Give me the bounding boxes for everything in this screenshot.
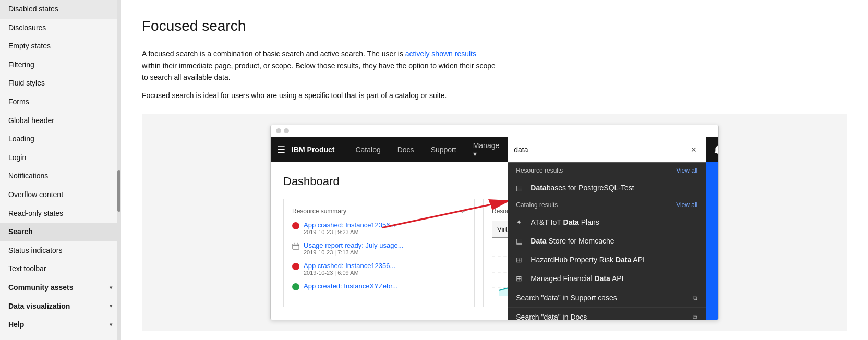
resource-item-1: App crashed: Instance12356... 2019-10-23… (292, 221, 466, 235)
sidebar-item-text-toolbar[interactable]: Text toolbar (0, 260, 120, 278)
sidebar-item-status-indicators[interactable]: Status indicators (0, 241, 120, 260)
sidebar-item-help[interactable]: Help ▾ (0, 315, 120, 334)
search-result-att-iot[interactable]: ✦ AT&T IoT Data Plans (508, 213, 706, 232)
demo-container: ☰ IBM Product Catalog Docs Support Manag… (142, 114, 847, 331)
sidebar-item-global-header[interactable]: Global header (0, 112, 120, 130)
search-section-catalog-results: Catalog results View all (508, 197, 706, 213)
nav-item-manage[interactable]: Manage ▾ (465, 137, 508, 162)
resource-link-4[interactable]: App created: InstanceXYZebr... (304, 282, 398, 290)
store-icon: ▤ (516, 237, 524, 245)
resource-link-3[interactable]: App crashed: Instance12356... (304, 262, 395, 270)
search-footer-docs[interactable]: Search "data" in Docs ⧉ (508, 307, 706, 320)
sidebar-item-filtering[interactable]: Filtering (0, 56, 120, 75)
search-footer-support[interactable]: Search "data" in Support cases ⧉ (508, 288, 706, 307)
resource-link-1[interactable]: App crashed: Instance12356... (304, 221, 395, 229)
expand-icon[interactable]: ↗ (461, 208, 466, 215)
search-input[interactable] (508, 137, 706, 162)
sidebar-item-disabled-states[interactable]: Disabled states (0, 0, 120, 19)
sidebar-item-search[interactable]: Search (0, 223, 120, 241)
sidebar-item-data-visualization[interactable]: Data visualization ▾ (0, 297, 120, 316)
sidebar-item-read-only-states[interactable]: Read-only states (0, 204, 120, 223)
description-paragraph-2: Focused search is ideal for users who ar… (142, 90, 497, 101)
chevron-down-icon: ▾ (110, 284, 112, 292)
search-section-resource-results: Resource results View all (508, 163, 706, 178)
sidebar-item-empty-states[interactable]: Empty states (0, 37, 120, 56)
calendar-icon (292, 242, 299, 251)
view-all-resource-link[interactable]: View all (676, 167, 697, 174)
status-dot-green (292, 283, 299, 290)
sidebar: Disabled states Disclosures Empty states… (0, 0, 121, 340)
sidebar-item-fluid-styles[interactable]: Fluid styles (0, 74, 120, 93)
header-actions (706, 137, 719, 162)
nav-item-support[interactable]: Support (423, 137, 465, 162)
resource-item-2: Usage report ready: July usage... 2019-1… (292, 241, 466, 256)
financial-icon: ⊞ (516, 274, 524, 283)
resource-meta-1: 2019-10-23 | 9:23 AM (304, 229, 395, 235)
mock-window: ☰ IBM Product Catalog Docs Support Manag… (270, 125, 719, 320)
sidebar-item-overflow-content[interactable]: Overflow content (0, 186, 120, 204)
header-nav: Catalog Docs Support Manage ▾ (347, 137, 508, 162)
brand-label: IBM Product (292, 145, 334, 154)
database-icon: ▤ (516, 184, 524, 192)
window-dot-1 (276, 128, 281, 133)
sidebar-scrollbar-thumb[interactable] (117, 170, 120, 212)
ibm-header: ☰ IBM Product Catalog Docs Support Manag… (271, 137, 718, 162)
page-title: Focused search (142, 17, 847, 35)
sidebar-item-loading[interactable]: Loading (0, 130, 120, 149)
nav-item-catalog[interactable]: Catalog (347, 137, 389, 162)
grid-icon: ⊞ (516, 256, 524, 264)
sidebar-item-notifications[interactable]: Notifications (0, 167, 120, 186)
actively-shown-results-link[interactable]: actively shown results (405, 50, 476, 58)
sidebar-item-login[interactable]: Login (0, 149, 120, 167)
iot-icon: ✦ (516, 218, 524, 226)
main-content: Focused search A focused search is a com… (121, 0, 868, 340)
search-dropdown: Resource results View all ▤ Databases fo… (508, 162, 706, 320)
sidebar-item-forms[interactable]: Forms (0, 93, 120, 112)
resource-meta-2: 2019-10-23 | 7:13 AM (304, 249, 404, 256)
nav-item-docs[interactable]: Docs (389, 137, 423, 162)
status-dot-red-2 (292, 263, 299, 270)
resource-item-4: App created: InstanceXYZebr... (292, 282, 466, 290)
header-search-box: ✕ (508, 137, 706, 162)
status-dot-red (292, 222, 299, 229)
window-titlebar (271, 125, 718, 137)
external-link-icon: ⧉ (693, 294, 697, 301)
svg-rect-1 (293, 244, 299, 250)
sidebar-scrollbar[interactable] (117, 0, 120, 340)
chevron-down-icon: ▾ (110, 302, 112, 310)
chevron-down-icon: ▾ (110, 321, 112, 329)
sidebar-item-github[interactable]: GitHub ⧉ (0, 334, 120, 340)
menu-icon[interactable]: ☰ (277, 144, 285, 155)
search-clear-button[interactable]: ✕ (681, 137, 706, 162)
search-result-hazardhub[interactable]: ⊞ HazardHub Property Risk Data API (508, 250, 706, 269)
description-paragraph-1: A focused search is a combination of bas… (142, 48, 497, 83)
search-result-databases[interactable]: ▤ Databases for PostgreSQL-Test (508, 178, 706, 197)
resource-meta-3: 2019-10-23 | 6:09 AM (304, 270, 395, 276)
resource-summary-card: Resource summary ↗ App crashed: Instance… (283, 199, 475, 307)
description-block: A focused search is a combination of bas… (142, 48, 497, 101)
external-link-icon-2: ⧉ (693, 313, 697, 320)
search-result-datastore[interactable]: ▤ Data Store for Memcache (508, 232, 706, 250)
view-all-catalog-link[interactable]: View all (676, 201, 697, 209)
search-result-managed-financial[interactable]: ⊞ Managed Financial Data API (508, 269, 706, 288)
notification-bell-icon[interactable] (706, 137, 719, 162)
header-search-area: ✕ Resource results View all ▤ Databases … (508, 137, 706, 162)
resource-link-2[interactable]: Usage report ready: July usage... (304, 241, 404, 249)
sidebar-item-community-assets[interactable]: Community assets ▾ (0, 278, 120, 297)
window-dot-2 (284, 128, 289, 133)
sidebar-item-disclosures[interactable]: Disclosures (0, 19, 120, 38)
resource-summary-title: Resource summary ↗ (292, 208, 466, 215)
resource-item-3: App crashed: Instance12356... 2019-10-23… (292, 262, 466, 276)
